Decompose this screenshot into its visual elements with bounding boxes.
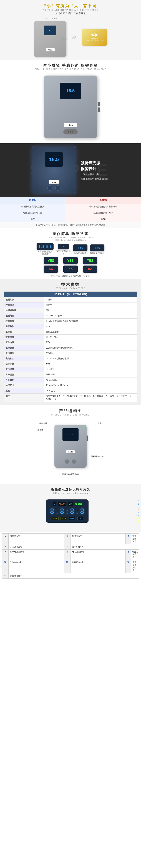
lcd-top-row: S ALARM CHG ▣▣▣ <box>52 502 82 506</box>
tech-label-1: 检测原理 <box>4 303 44 308</box>
lcd-num-labels: ←1 ←2 ←3 ←4 ←5 ←6 ←7 <box>136 500 139 522</box>
hero-tagline-sub: A LITTLE ACTION MAKES A BIG DIFFERENCE <box>4 9 137 11</box>
symbol-num-3-2: 8 <box>64 550 70 560</box>
op-item-1: 8.8.8.8 开机检测直接进入监测界面 <box>37 243 54 255</box>
device-large-screen: 18.5 <box>60 83 81 99</box>
symbol-num-1-3: 3 <box>126 533 131 544</box>
alarm-footer: 开始报警后声光和振动的同时附加提示 同时检测到低级报警优先执行高报警动作 <box>0 222 141 228</box>
tech-value-12: IP65 <box>44 362 137 367</box>
tech-value-16: 92mm×58mm×28.5mm <box>44 383 137 388</box>
comfort-section: 体小质轻 手感舒适 按键灵敏 SMALL LIGHT HAND FEEL COM… <box>0 60 141 144</box>
alarm-feature: 18.5 hhdz 独特声光振 报警设计 让气体浓度在达到 高低报警值时能够迅速… <box>4 147 137 193</box>
lcd-badge-al-h: AL-H <box>60 517 67 520</box>
tech-row-14: 工作湿度 5~90%RH <box>4 372 137 377</box>
tech-label-14: 工作湿度 <box>4 372 44 377</box>
tech-value-7: 声、光、震动 <box>44 335 137 340</box>
structure-diagram: 18.5 hhdz 气体传感区 显示区 开机键/确认键 <box>2 420 139 476</box>
tech-row-5: 显示单位 ppm <box>4 324 137 329</box>
tech-row-3: 检测范围 0-20.0 / 1000ppm <box>4 313 137 318</box>
lcd-screen-no-2: no <box>63 266 78 273</box>
num-label-8: ←8 <box>136 520 139 522</box>
op-item-4: 020 检测浓度全面选择 <box>90 244 104 254</box>
lcd-screen-1: 8.8.8.8 <box>37 243 54 250</box>
alarm-screen: 18.5 <box>45 152 63 166</box>
dim-labels-1: 9.2cm ←→ 5.8cm <box>43 18 57 20</box>
symbol-desc-2-1: USB充电符号 <box>8 544 64 550</box>
lcd-badge-chg: CHG <box>68 502 74 506</box>
alarm-table: 低警报 高警报 蜂鸣器低速高周期警报声 蜂鸣器更加密促高周期警报声 红蓝提醒指示… <box>0 197 141 222</box>
tech-label-17: 重量 <box>4 388 44 394</box>
lcd-meaning-title-en: LCD screen logo symbol meaning <box>2 492 139 494</box>
symbol-row-3: 7 % VOL单位符号 8 PPM单位符号 9 %LEL单位符号 <box>2 550 139 560</box>
lcd-badge-al-l: AL-L <box>52 517 59 520</box>
num-label-4: ←4 <box>136 509 139 511</box>
lcd-meaning-title-cn: 液晶显示屏标识符号意义 <box>2 487 139 492</box>
sensor-2 <box>71 459 76 464</box>
tech-row-15: 外壳材料 ABS工程塑料 <box>4 377 137 383</box>
tech-label-7: 报警模式 <box>4 335 44 340</box>
symbol-num-2-1: 4 <box>2 544 8 550</box>
device-screen: O <box>44 26 57 35</box>
led-indicator <box>83 427 84 428</box>
label-charge: 数据充电/开关存储 <box>62 473 78 476</box>
tech-label-6: 显示技术 <box>4 329 44 335</box>
sensors-bottom <box>65 459 76 464</box>
lcd-display-area: S ALARM CHG ▣▣▣ 8.8:8.8 AL-L AL-H ZERO C… <box>2 497 139 525</box>
tech-value-6: 液晶背光显示 <box>44 329 137 335</box>
num-label-1: ←1 <box>136 500 139 502</box>
alarm-header-high: 高警报 <box>66 197 141 204</box>
symbol-row-1: 1 电量显示符号 2 数据传输符号 3 报警提示符号 <box>2 533 139 544</box>
symbol-desc-2-2: 蓝牙开启符号 <box>70 544 139 550</box>
symbol-row-5: 13 低警报液面单 <box>2 573 139 579</box>
symbol-num-2-2: 5 <box>64 544 70 550</box>
device-image-small: O hhdz 2.85cm <box>34 21 66 57</box>
device-brand-small: hhdz <box>46 48 55 52</box>
struct-screen: 18.5 <box>63 428 78 441</box>
symbol-num-1-1: 1 <box>2 533 8 544</box>
alarm-header-low: 低警报 <box>0 197 66 204</box>
structure-title-cn: 产品结构图 <box>2 408 139 413</box>
alarm-row-2-high: 红蓝提醒指示灯闪烁 <box>66 210 141 216</box>
card-content: 银联 UnionPay 8.5cm × 5.4cm × 0.1cm <box>86 33 103 41</box>
tech-value-5: ppm <box>44 324 137 329</box>
tech-row-17: 重量 150g 左右 <box>4 388 137 394</box>
tech-row-8: 工作电压 3.7V <box>4 340 137 345</box>
symbol-table-section: 1 电量显示符号 2 数据传输符号 3 报警提示符号 4 USB充电符号 5 蓝… <box>0 532 141 580</box>
symbol-desc-3-3: %LEL单位符号 <box>131 550 139 560</box>
op-confirm-text: 确认方式一键确定，使您更加放心全安心 <box>2 275 139 278</box>
tech-value-10: 250小时 <box>44 351 137 356</box>
device-large-image: 18.5 hhdz <box>44 75 97 138</box>
alarm-sub1: 让气体浓度在达到 <box>81 173 108 176</box>
structure-title-en: PRODUCT STRUCTURE DRAWING <box>2 414 139 416</box>
tech-row-6: 显示技术 液晶背光显示 <box>4 329 137 335</box>
num-label-6: ←6 <box>136 515 139 517</box>
symbol-num-3-3: 9 <box>126 550 131 560</box>
tech-value-9: 1800mAh锂充电池/合理电池 <box>44 345 137 351</box>
alarm-table-section: 低警报 高警报 蜂鸣器低速高周期警报声 蜂鸣器更加密促高周期警报声 红蓝提醒指示… <box>0 197 141 228</box>
tech-label-15: 外壳材料 <box>4 377 44 383</box>
symbol-num-4-2: 11 <box>64 560 70 573</box>
symbol-num-3-1: 7 <box>2 550 8 560</box>
alarm-sub2: 高低报警值时能够迅速提醒 <box>81 177 108 180</box>
alarm-row-1: 蜂鸣器低速高周期警报声 蜂鸣器更加密促高周期警报声 <box>0 204 141 210</box>
tech-row-2: 传感器数量 2节 <box>4 308 137 313</box>
lcd-display-box: S ALARM CHG ▣▣▣ 8.8:8.8 AL-L AL-H ZERO C… <box>46 499 89 523</box>
num-label-2: ←2 <box>136 503 139 505</box>
lcd-screen-4: 020 <box>90 244 104 251</box>
label-power: 开机键/确认键 <box>91 455 104 458</box>
operation-title-en: THE OPERATION IS SIMPLE AND QUICK <box>2 237 139 239</box>
tech-value-18: 携带夹或鳄鱼夹一个、气体转接夹一个、USB线一条、硅胶套一个、背夹一个、说明书一… <box>44 394 137 402</box>
card-image: 银联 UnionPay 8.5cm × 5.4cm × 0.1cm <box>82 29 107 46</box>
tech-label-8: 工作电压 <box>4 340 44 345</box>
tech-label-2: 传感器数量 <box>4 308 44 313</box>
tech-value-1: 电化学 <box>44 303 137 308</box>
tech-row-1: 检测原理 电化学 <box>4 303 137 308</box>
operation-title-cn: 操作简单 响应迅速 <box>2 231 139 236</box>
symbol-desc-1-2: 数据传输符号 <box>70 533 126 544</box>
simple-section: SIMPLE 18.5 hhdz 独特声光振 报警设计 让气体浓度在达到 高低报… <box>0 144 141 197</box>
op-item-3: 050 高低警报值设置 <box>73 244 87 254</box>
symbol-desc-1-3: 报警提示符号 <box>131 533 139 544</box>
device-large-brand: hhdz <box>64 123 77 127</box>
tech-label-0: 检测气体 <box>4 297 44 303</box>
tech-model: HG-MIX-PH (四一体气体检测仪) <box>4 291 137 297</box>
